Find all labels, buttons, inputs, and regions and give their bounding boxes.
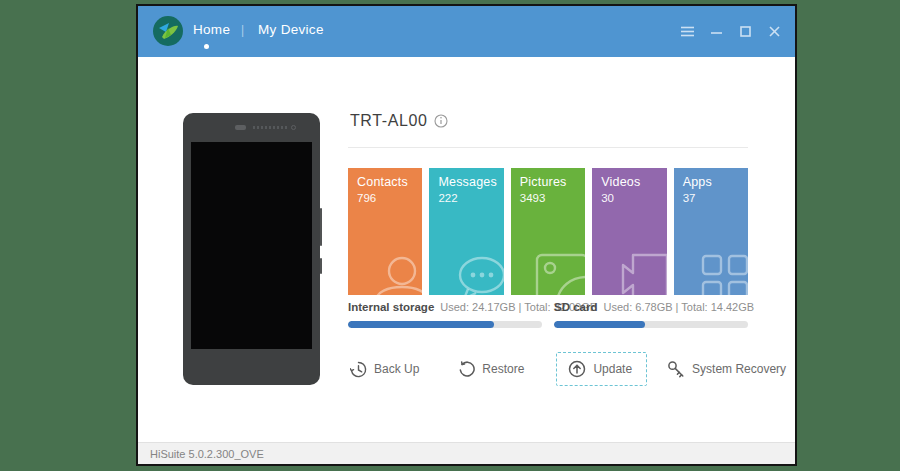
internal-storage-bar [348, 321, 542, 328]
restore-label: Restore [482, 362, 524, 376]
hisuite-logo-icon [152, 15, 184, 47]
message-icon [452, 253, 504, 295]
device-name: TRT-AL00 [350, 112, 427, 130]
main-content: TRT-AL00 Contacts 796 [138, 57, 795, 443]
internal-storage: Internal storage Used: 24.17GB | Total: … [348, 301, 542, 328]
device-preview-image [183, 113, 320, 385]
tile-pictures[interactable]: Pictures 3493 [511, 168, 585, 295]
tile-messages[interactable]: Messages 222 [429, 168, 503, 295]
minimize-icon[interactable] [705, 22, 727, 42]
system-recovery-label: System Recovery [692, 362, 786, 376]
info-icon[interactable] [434, 114, 448, 128]
video-icon [619, 251, 667, 295]
tile-label: Videos [601, 175, 640, 189]
update-icon [568, 360, 586, 378]
tile-count: 222 [438, 192, 457, 204]
update-button[interactable]: Update [556, 352, 647, 386]
menu-icon[interactable] [676, 22, 698, 42]
divider [348, 147, 748, 148]
phone-camera [291, 125, 296, 130]
tab-my-device[interactable]: My Device [258, 6, 324, 57]
tile-count: 30 [601, 192, 614, 204]
picture-icon [533, 251, 585, 295]
storage-label: SD card [554, 301, 597, 313]
tile-contacts[interactable]: Contacts 796 [348, 168, 422, 295]
active-tab-indicator [204, 44, 209, 49]
restore-icon [458, 361, 475, 378]
contact-icon [372, 253, 422, 295]
tab-separator: | [241, 6, 244, 57]
version-text: HiSuite 5.0.2.300_OVE [150, 448, 264, 460]
sd-card-bar-fill [554, 321, 645, 328]
window-controls [676, 6, 785, 57]
storage-detail: Used: 6.78GB | Total: 14.42GB [603, 301, 754, 313]
update-label: Update [593, 362, 632, 376]
tab-home[interactable]: Home [193, 6, 230, 57]
tile-count: 37 [683, 192, 696, 204]
phone-bezel-markings [253, 126, 287, 129]
system-recovery-button[interactable]: System Recovery [667, 360, 786, 378]
restore-button[interactable]: Restore [458, 361, 524, 378]
tile-label: Pictures [520, 175, 567, 189]
phone-volume-button [320, 208, 322, 246]
backup-button[interactable]: Back Up [350, 361, 419, 378]
backup-icon [350, 361, 367, 378]
system-recovery-icon [667, 360, 685, 378]
desktop-background: Home | My Device [0, 0, 900, 471]
tile-videos[interactable]: Videos 30 [592, 168, 666, 295]
close-icon[interactable] [763, 22, 785, 42]
tile-label: Contacts [357, 175, 408, 189]
storage-section: Internal storage Used: 24.17GB | Total: … [348, 301, 748, 328]
phone-power-button [320, 258, 322, 274]
statusbar: HiSuite 5.0.2.300_OVE [138, 442, 795, 464]
sd-card-storage: SD card Used: 6.78GB | Total: 14.42GB [554, 301, 748, 328]
storage-label: Internal storage [348, 301, 434, 313]
action-toolbar: Back Up Restore [348, 349, 748, 389]
phone-speaker [235, 125, 246, 130]
tile-count: 796 [357, 192, 376, 204]
category-tiles: Contacts 796 Messages 222 [348, 168, 748, 295]
titlebar[interactable]: Home | My Device [138, 6, 795, 57]
apps-icon [698, 251, 748, 295]
device-panel: TRT-AL00 Contacts 796 [348, 57, 748, 443]
tile-label: Apps [683, 175, 712, 189]
device-title-row: TRT-AL00 [350, 112, 448, 130]
internal-storage-bar-fill [348, 321, 494, 328]
phone-screen [191, 142, 312, 349]
backup-label: Back Up [374, 362, 419, 376]
sd-card-bar [554, 321, 748, 328]
maximize-icon[interactable] [734, 22, 756, 42]
hisuite-window: Home | My Device [136, 4, 797, 466]
tile-label: Messages [438, 175, 497, 189]
tile-apps[interactable]: Apps 37 [674, 168, 748, 295]
tile-count: 3493 [520, 192, 546, 204]
